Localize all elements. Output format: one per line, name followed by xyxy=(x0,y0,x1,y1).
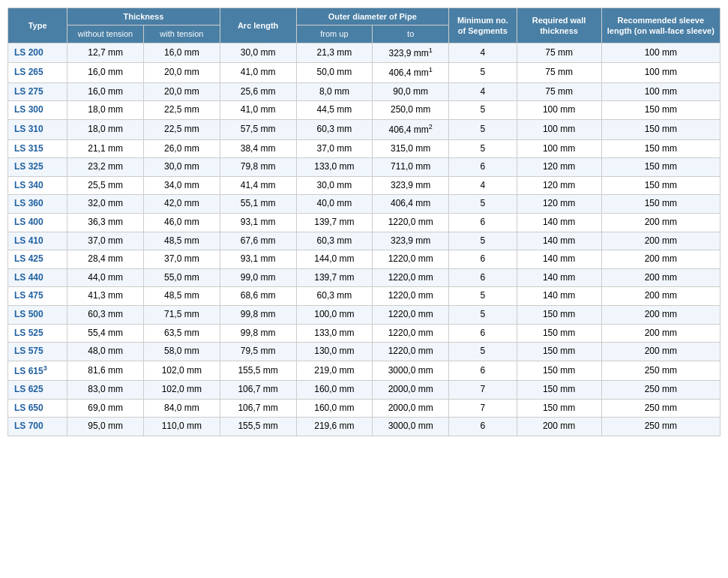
col-type: Type xyxy=(8,8,67,43)
cell-arc-length: 79,8 mm xyxy=(220,158,296,177)
cell-type: LS 200 xyxy=(8,43,67,63)
cell-without-tension: 16,0 mm xyxy=(67,82,144,101)
table-row: LS 20012,7 mm16,0 mm30,0 mm21,3 mm323,9 … xyxy=(8,43,721,63)
cell-to: 323,9 mm xyxy=(373,232,449,250)
cell-arc-length: 68,6 mm xyxy=(220,287,296,306)
cell-type: LS 700 xyxy=(8,418,67,436)
cell-min-segments: 6 xyxy=(449,418,517,436)
cell-type: LS 500 xyxy=(8,305,67,324)
cell-from-up: 60,3 mm xyxy=(296,232,373,250)
table-row: LS 57548,0 mm58,0 mm79,5 mm130,0 mm1220,… xyxy=(8,343,721,361)
cell-arc-length: 41,0 mm xyxy=(220,101,296,120)
cell-arc-length: 106,7 mm xyxy=(220,381,296,400)
cell-without-tension: 81,6 mm xyxy=(67,361,144,381)
cell-from-up: 44,5 mm xyxy=(296,101,373,120)
cell-to: 1220,0 mm xyxy=(373,213,449,232)
cell-req-wall: 75 mm xyxy=(517,63,601,83)
cell-to: 711,0 mm xyxy=(373,158,449,177)
table-row: LS 62583,0 mm102,0 mm106,7 mm160,0 mm200… xyxy=(8,381,721,400)
col-thickness: Thickness xyxy=(67,8,220,25)
cell-req-wall: 140 mm xyxy=(517,268,601,287)
cell-to: 406,4 mm1 xyxy=(373,63,449,83)
cell-without-tension: 36,3 mm xyxy=(67,213,144,232)
cell-from-up: 100,0 mm xyxy=(296,305,373,324)
cell-from-up: 37,0 mm xyxy=(296,139,373,158)
cell-arc-length: 57,5 mm xyxy=(220,119,296,139)
cell-from-up: 160,0 mm xyxy=(296,399,373,418)
cell-arc-length: 99,8 mm xyxy=(220,305,296,324)
cell-req-wall: 150 mm xyxy=(517,381,601,400)
table-row: LS 70095,0 mm110,0 mm155,5 mm219,6 mm300… xyxy=(8,418,721,436)
cell-rec-sleeve: 100 mm xyxy=(601,82,720,101)
cell-rec-sleeve: 250 mm xyxy=(601,418,720,436)
cell-from-up: 60,3 mm xyxy=(296,119,373,139)
cell-to: 1220,0 mm xyxy=(373,268,449,287)
table-row: LS 50060,3 mm71,5 mm99,8 mm100,0 mm1220,… xyxy=(8,305,721,324)
cell-to: 323,9 mm1 xyxy=(373,43,449,63)
cell-with-tension: 34,0 mm xyxy=(143,176,220,195)
cell-min-segments: 5 xyxy=(449,232,517,250)
cell-rec-sleeve: 150 mm xyxy=(601,101,720,120)
cell-to: 1220,0 mm xyxy=(373,287,449,306)
cell-min-segments: 6 xyxy=(449,361,517,381)
cell-without-tension: 28,4 mm xyxy=(67,250,144,269)
cell-rec-sleeve: 200 mm xyxy=(601,343,720,361)
cell-without-tension: 41,3 mm xyxy=(67,287,144,306)
cell-req-wall: 150 mm xyxy=(517,343,601,361)
col-with-tension: with tension xyxy=(143,25,220,43)
cell-rec-sleeve: 200 mm xyxy=(601,268,720,287)
cell-type: LS 575 xyxy=(8,343,67,361)
cell-to: 406,4 mm2 xyxy=(373,119,449,139)
cell-from-up: 30,0 mm xyxy=(296,176,373,195)
cell-from-up: 8,0 mm xyxy=(296,82,373,101)
cell-type: LS 650 xyxy=(8,399,67,418)
cell-from-up: 160,0 mm xyxy=(296,381,373,400)
cell-with-tension: 22,5 mm xyxy=(143,119,220,139)
cell-min-segments: 7 xyxy=(449,381,517,400)
cell-req-wall: 140 mm xyxy=(517,250,601,269)
table-row: LS 36032,0 mm42,0 mm55,1 mm40,0 mm406,4 … xyxy=(8,195,721,214)
table-row: LS 30018,0 mm22,5 mm41,0 mm44,5 mm250,0 … xyxy=(8,101,721,120)
cell-rec-sleeve: 100 mm xyxy=(601,43,720,63)
cell-req-wall: 100 mm xyxy=(517,119,601,139)
cell-without-tension: 55,4 mm xyxy=(67,324,144,343)
table-row: LS 31018,0 mm22,5 mm57,5 mm60,3 mm406,4 … xyxy=(8,119,721,139)
col-without-tension: without tension xyxy=(67,25,144,43)
cell-from-up: 40,0 mm xyxy=(296,195,373,214)
cell-type: LS 425 xyxy=(8,250,67,269)
cell-min-segments: 5 xyxy=(449,101,517,120)
cell-min-segments: 6 xyxy=(449,158,517,177)
cell-with-tension: 58,0 mm xyxy=(143,343,220,361)
cell-to: 2000,0 mm xyxy=(373,381,449,400)
cell-arc-length: 155,5 mm xyxy=(220,418,296,436)
cell-rec-sleeve: 200 mm xyxy=(601,324,720,343)
cell-with-tension: 102,0 mm xyxy=(143,361,220,381)
cell-without-tension: 23,2 mm xyxy=(67,158,144,177)
cell-with-tension: 71,5 mm xyxy=(143,305,220,324)
table-row: LS 44044,0 mm55,0 mm99,0 mm139,7 mm1220,… xyxy=(8,268,721,287)
cell-without-tension: 21,1 mm xyxy=(67,139,144,158)
cell-rec-sleeve: 150 mm xyxy=(601,158,720,177)
cell-req-wall: 150 mm xyxy=(517,399,601,418)
cell-to: 1220,0 mm xyxy=(373,250,449,269)
cell-from-up: 21,3 mm xyxy=(296,43,373,63)
cell-from-up: 60,3 mm xyxy=(296,287,373,306)
cell-without-tension: 18,0 mm xyxy=(67,101,144,120)
cell-to: 406,4 mm xyxy=(373,195,449,214)
cell-without-tension: 32,0 mm xyxy=(67,195,144,214)
cell-arc-length: 99,8 mm xyxy=(220,324,296,343)
cell-with-tension: 42,0 mm xyxy=(143,195,220,214)
cell-with-tension: 102,0 mm xyxy=(143,381,220,400)
cell-without-tension: 48,0 mm xyxy=(67,343,144,361)
col-rec-sleeve: Recommended sleeve length (on wall-face … xyxy=(601,8,720,43)
cell-with-tension: 84,0 mm xyxy=(143,399,220,418)
cell-arc-length: 55,1 mm xyxy=(220,195,296,214)
cell-req-wall: 120 mm xyxy=(517,158,601,177)
cell-arc-length: 41,4 mm xyxy=(220,176,296,195)
cell-from-up: 139,7 mm xyxy=(296,213,373,232)
cell-min-segments: 6 xyxy=(449,324,517,343)
cell-to: 1220,0 mm xyxy=(373,324,449,343)
cell-arc-length: 93,1 mm xyxy=(220,250,296,269)
table-row: LS 31521,1 mm26,0 mm38,4 mm37,0 mm315,0 … xyxy=(8,139,721,158)
cell-min-segments: 6 xyxy=(449,213,517,232)
